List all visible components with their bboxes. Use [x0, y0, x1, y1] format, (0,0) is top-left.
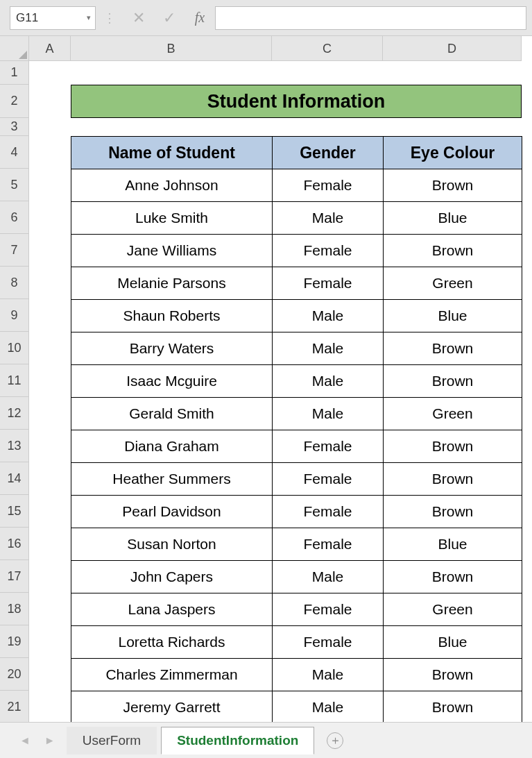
row-header-5[interactable]: 5	[0, 169, 29, 201]
table-row: Lana JaspersFemaleGreen	[71, 593, 522, 626]
column-header-c[interactable]: C	[272, 36, 383, 61]
row-header-4[interactable]: 4	[0, 136, 29, 169]
cell-name[interactable]: Anne Johnson	[71, 169, 273, 202]
tab-nav-next-icon[interactable]: ►	[37, 734, 62, 747]
column-header-d[interactable]: D	[383, 36, 522, 61]
cell-name[interactable]: Luke Smith	[71, 202, 273, 235]
row-header-8[interactable]: 8	[0, 267, 29, 299]
cell-name[interactable]: Loretta Richards	[71, 626, 273, 659]
row-header-14[interactable]: 14	[0, 462, 29, 495]
cell-eye[interactable]: Blue	[384, 202, 522, 235]
cell-name[interactable]: Lana Jaspers	[71, 593, 273, 626]
row-header-10[interactable]: 10	[0, 332, 29, 364]
table-row: Charles ZimmermanMaleBrown	[71, 659, 522, 691]
cell-gender[interactable]: Female	[273, 169, 384, 202]
tab-studentinformation[interactable]: StudentInformation	[161, 727, 314, 755]
row-header-1[interactable]: 1	[0, 61, 29, 85]
tab-nav-prev-icon[interactable]: ◄	[12, 734, 37, 747]
cell-eye[interactable]: Green	[384, 267, 522, 300]
fx-icon[interactable]: fx	[185, 10, 215, 26]
table-row: Melanie ParsonsFemaleGreen	[71, 267, 522, 300]
cell-eye[interactable]: Brown	[384, 496, 522, 528]
cell-gender[interactable]: Female	[273, 235, 384, 267]
row-header-2[interactable]: 2	[0, 85, 29, 118]
cell-eye[interactable]: Brown	[384, 561, 522, 593]
row-header-11[interactable]: 11	[0, 364, 29, 397]
row-header-6[interactable]: 6	[0, 201, 29, 234]
row-header-21[interactable]: 21	[0, 691, 29, 723]
row-header-16[interactable]: 16	[0, 528, 29, 560]
tab-userform[interactable]: UserForm	[67, 727, 157, 755]
cell-name[interactable]: Charles Zimmerman	[71, 659, 273, 691]
row-header-15[interactable]: 15	[0, 495, 29, 528]
cell-eye[interactable]: Brown	[384, 659, 522, 691]
formula-input[interactable]	[215, 6, 526, 30]
row-header-13[interactable]: 13	[0, 430, 29, 462]
cell-gender[interactable]: Male	[273, 398, 384, 430]
cell-eye[interactable]: Brown	[384, 463, 522, 496]
column-header-b[interactable]: B	[71, 36, 272, 61]
header-eye[interactable]: Eye Colour	[384, 137, 522, 169]
cell-eye[interactable]: Brown	[384, 365, 522, 398]
cell-gender[interactable]: Male	[273, 561, 384, 593]
cell-name[interactable]: Heather Summers	[71, 463, 273, 496]
row-header-18[interactable]: 18	[0, 593, 29, 625]
cell-gender[interactable]: Female	[273, 267, 384, 300]
cell-eye[interactable]: Brown	[384, 430, 522, 463]
cell-gender[interactable]: Female	[273, 626, 384, 659]
table-row: Diana GrahamFemaleBrown	[71, 430, 522, 463]
worksheet-cells[interactable]: Student Information Name of Student Gend…	[29, 61, 532, 722]
header-name[interactable]: Name of Student	[71, 137, 273, 169]
cell-name[interactable]: Isaac Mcguire	[71, 365, 273, 398]
cell-eye[interactable]: Blue	[384, 528, 522, 561]
select-all-corner[interactable]	[0, 36, 29, 61]
name-box[interactable]: G11 ▾	[10, 6, 96, 30]
table-row: John CapersMaleBrown	[71, 561, 522, 593]
row-header-7[interactable]: 7	[0, 234, 29, 267]
cell-gender[interactable]: Male	[273, 365, 384, 398]
cell-eye[interactable]: Brown	[384, 332, 522, 365]
name-box-dropdown-icon[interactable]: ▾	[87, 13, 91, 22]
cell-eye[interactable]: Brown	[384, 691, 522, 724]
cell-name[interactable]: Gerald Smith	[71, 398, 273, 430]
cell-name[interactable]: John Capers	[71, 561, 273, 593]
row-header-17[interactable]: 17	[0, 560, 29, 593]
row-header-19[interactable]: 19	[0, 625, 29, 658]
student-table: Name of Student Gender Eye Colour Anne J…	[71, 136, 522, 724]
cell-name[interactable]: Melanie Parsons	[71, 267, 273, 300]
cell-gender[interactable]: Female	[273, 528, 384, 561]
cell-name[interactable]: Susan Norton	[71, 528, 273, 561]
header-gender[interactable]: Gender	[273, 137, 384, 169]
cell-gender[interactable]: Female	[273, 430, 384, 463]
column-headers: ABCD	[29, 36, 522, 61]
cell-gender[interactable]: Male	[273, 202, 384, 235]
cell-gender[interactable]: Female	[273, 593, 384, 626]
cell-name[interactable]: Diana Graham	[71, 430, 273, 463]
cell-eye[interactable]: Blue	[384, 626, 522, 659]
cell-name[interactable]: Jeremy Garrett	[71, 691, 273, 724]
cell-name[interactable]: Barry Waters	[71, 332, 273, 365]
table-row: Luke SmithMaleBlue	[71, 202, 522, 235]
cell-gender[interactable]: Male	[273, 691, 384, 724]
cell-gender[interactable]: Female	[273, 463, 384, 496]
cell-name[interactable]: Shaun Roberts	[71, 300, 273, 332]
row-header-20[interactable]: 20	[0, 658, 29, 691]
cell-eye[interactable]: Brown	[384, 235, 522, 267]
row-header-3[interactable]: 3	[0, 118, 29, 136]
row-header-12[interactable]: 12	[0, 397, 29, 430]
cell-gender[interactable]: Male	[273, 659, 384, 691]
cell-gender[interactable]: Male	[273, 300, 384, 332]
title-cell[interactable]: Student Information	[71, 85, 522, 118]
cell-eye[interactable]: Brown	[384, 169, 522, 202]
cell-eye[interactable]: Green	[384, 593, 522, 626]
cell-name[interactable]: Pearl Davidson	[71, 496, 273, 528]
cell-gender[interactable]: Female	[273, 496, 384, 528]
row-header-9[interactable]: 9	[0, 299, 29, 332]
column-header-a[interactable]: A	[29, 36, 71, 61]
add-sheet-button[interactable]: ＋	[327, 732, 343, 749]
cell-name[interactable]: Jane Williams	[71, 235, 273, 267]
cell-eye[interactable]: Green	[384, 398, 522, 430]
table-row: Loretta RichardsFemaleBlue	[71, 626, 522, 659]
cell-gender[interactable]: Male	[273, 332, 384, 365]
cell-eye[interactable]: Blue	[384, 300, 522, 332]
